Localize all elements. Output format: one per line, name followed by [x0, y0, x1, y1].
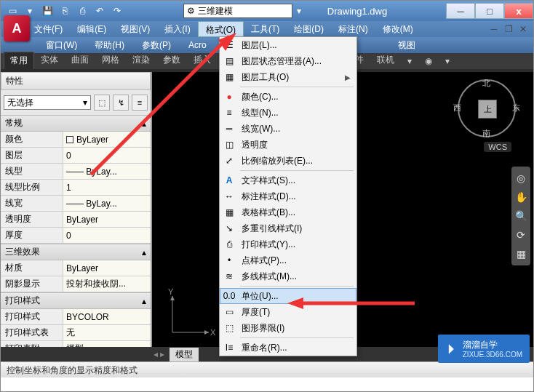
menu-item-scalelist[interactable]: ⤢比例缩放列表(E)... — [220, 153, 356, 169]
menu-item-label: 表格样式(B)... — [242, 207, 351, 219]
group-plot-header[interactable]: 打印样式▴ — [1, 292, 151, 309]
menu-item-label: 线宽(W)... — [242, 123, 351, 135]
qat-saveas-icon[interactable]: ⎘ — [57, 4, 72, 18]
doc-minimize-icon[interactable]: ─ — [488, 24, 500, 34]
ribbon-tab-1[interactable]: 实体 — [34, 51, 65, 69]
menu-modify[interactable]: 修改(M) — [375, 21, 421, 37]
model-tab[interactable]: 模型 — [170, 348, 199, 361]
ribbon-extra-icon[interactable]: ◉ — [418, 53, 439, 69]
quick-select-button[interactable]: ⬚ — [94, 95, 110, 111]
menu-item-layerstate[interactable]: ▤图层状态管理器(A)... — [220, 53, 356, 69]
menu-item-label: 点样式(P)... — [242, 255, 351, 267]
menu-item-mleader[interactable]: ↘多重引线样式(I) — [220, 220, 356, 236]
ribbon-tab-3[interactable]: 网格 — [95, 51, 126, 69]
qat-save-icon[interactable]: 💾 — [40, 4, 55, 18]
ribbon-tab-2[interactable]: 曲面 — [65, 51, 95, 69]
menu-item-trans[interactable]: ◫透明度 — [220, 137, 356, 153]
steering-wheel-icon[interactable]: ◎ — [517, 172, 525, 184]
watermark-badge: ⏵ 溜溜自学 ZIXUE.3D66.COM — [438, 335, 530, 363]
watermark-url: ZIXUE.3D66.COM — [463, 351, 522, 359]
app-logo[interactable]: A — [4, 15, 30, 41]
properties-title: 特性 — [1, 72, 151, 90]
menu-item-linetype[interactable]: ≡线型(N)... — [220, 105, 356, 121]
close-button[interactable]: x — [504, 3, 533, 19]
orbit-icon[interactable]: ⟳ — [517, 229, 525, 241]
menu-item-pointstyle[interactable]: •点样式(P)... — [220, 252, 356, 268]
menu-tools[interactable]: 工具(T) — [244, 21, 287, 37]
menu-view[interactable]: 视图(V) — [113, 21, 157, 37]
pointstyle-icon: • — [223, 255, 236, 266]
showmotion-icon[interactable]: ▦ — [517, 248, 526, 260]
menu-item-label: 线型(N)... — [242, 107, 351, 119]
viewcube[interactable]: 上 北 南 西 东 — [458, 79, 516, 137]
minimize-button[interactable]: ─ — [446, 3, 475, 19]
row-layer: 图层0 — [1, 148, 151, 164]
menu-item-label: 图形界限(I) — [242, 322, 351, 335]
menu-file[interactable]: 文件(F) — [27, 21, 70, 37]
group-3d-header[interactable]: 三维效果▴ — [1, 244, 151, 260]
menu-draw[interactable]: 绘图(D) — [287, 21, 331, 37]
menu-item-mlinestyle[interactable]: ≋多线样式(M)... — [220, 268, 356, 284]
menu-item-color[interactable]: ●颜色(C)... — [220, 89, 356, 105]
wcs-label[interactable]: WCS — [484, 142, 511, 152]
tablestyle-icon: ▦ — [223, 207, 236, 218]
menu-format[interactable]: 格式(O) — [198, 21, 244, 37]
textstyle-icon: A — [223, 175, 236, 186]
menu-item-lineweight[interactable]: ═线宽(W)... — [220, 121, 356, 137]
menu-item-textstyle[interactable]: A文字样式(S)... — [220, 172, 356, 188]
workspace-dropdown[interactable]: ⚙ 三维建模 — [183, 4, 292, 18]
group-general-header[interactable]: 常规▴ — [1, 115, 151, 132]
menu-item-layers[interactable]: ☰图层(L)... — [220, 37, 356, 53]
ribbon-tab-5[interactable]: 参数 — [156, 51, 187, 69]
menu-item-plotstyle[interactable]: ⎙打印样式(Y)... — [220, 236, 356, 252]
menu-item-label: 多线样式(M)... — [242, 271, 351, 283]
pan-icon[interactable]: ✋ — [515, 191, 527, 203]
menu-item-dimstyle[interactable]: ↔标注样式(D)... — [220, 188, 356, 204]
svg-marker-3 — [170, 296, 175, 300]
row-plottable: 打印样式表无 — [1, 325, 151, 341]
dimstyle-icon: ↔ — [223, 191, 236, 202]
menu-edit[interactable]: 编辑(E) — [70, 21, 113, 37]
menu-dimension[interactable]: 标注(N) — [331, 21, 375, 37]
toggle-pickadd-button[interactable]: ≡ — [132, 95, 148, 111]
ucs-icon: X Y — [165, 289, 216, 340]
document-title: Drawing1.dwg — [327, 6, 387, 17]
selection-dropdown[interactable]: 无选择▾ — [4, 95, 91, 110]
menu-item-rename[interactable]: I≡重命名(R)... — [220, 340, 356, 356]
limits-icon: ⬚ — [223, 322, 236, 334]
doc-restore-icon[interactable]: ❐ — [503, 24, 514, 34]
menu-item-units[interactable]: 0.0单位(U)... — [220, 288, 356, 304]
menu-insert[interactable]: 插入(I) — [157, 21, 197, 37]
menu-item-tablestyle[interactable]: ▦表格样式(B)... — [220, 204, 356, 220]
doc-close-icon[interactable]: ✕ — [517, 24, 529, 34]
select-objects-button[interactable]: ↯ — [113, 95, 129, 111]
menu-item-thickness[interactable]: ▭厚度(T) — [220, 304, 356, 320]
svg-marker-2 — [204, 330, 209, 335]
ribbon-tab-4[interactable]: 渲染 — [126, 51, 156, 69]
ribbon-extra-icon[interactable]: ▾ — [439, 53, 456, 69]
format-dropdown-menu: ☰图层(L)...▤图层状态管理器(A)...▦图层工具(O)▶●颜色(C)..… — [219, 36, 357, 356]
rename-icon: I≡ — [223, 342, 236, 353]
menu-item-label: 重命名(R)... — [242, 342, 351, 354]
menu-item-label: 标注样式(D)... — [242, 191, 351, 203]
menu-item-layertools[interactable]: ▦图层工具(O)▶ — [220, 69, 356, 85]
qat-print-icon[interactable]: ⎙ — [75, 4, 89, 18]
color-icon: ● — [223, 91, 236, 103]
qat-redo-icon[interactable]: ↷ — [110, 4, 124, 18]
viewcube-top-face[interactable]: 上 — [478, 100, 497, 119]
zoom-icon[interactable]: 🔍 — [515, 210, 527, 222]
qat-undo-icon[interactable]: ↶ — [92, 4, 107, 18]
status-bar: 控制坐标和角度的显示精度和格式 — [1, 361, 533, 377]
ribbon-extra-icon[interactable]: ▾ — [401, 53, 418, 69]
maximize-button[interactable]: □ — [475, 3, 504, 19]
layertools-icon: ▦ — [223, 71, 236, 83]
ribbon-tab-12[interactable]: 联机 — [370, 51, 401, 69]
menu-item-label: 厚度(T) — [242, 306, 351, 319]
menu-item-limits[interactable]: ⬚图形界限(I) — [220, 320, 356, 336]
row-shadow: 阴影显示投射和接收阴... — [1, 276, 151, 292]
menu-item-label: 透明度 — [242, 139, 351, 151]
ribbon-tab-0[interactable]: 常用 — [4, 52, 34, 69]
ribbon-tab-6[interactable]: 插入 — [187, 51, 218, 69]
menu-item-label: 多重引线样式(I) — [242, 223, 351, 235]
title-bar: ▭ ▾ 💾 ⎘ ⎙ ↶ ↷ ⚙ 三维建模 ▾ Drawing1.dwg ─ □ … — [1, 1, 533, 21]
